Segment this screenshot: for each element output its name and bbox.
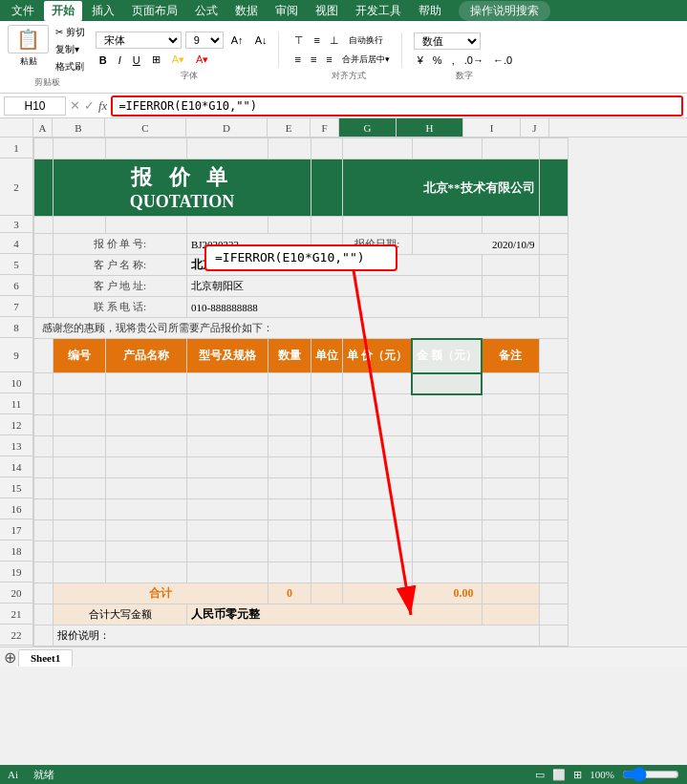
underline-button[interactable]: U bbox=[129, 53, 144, 68]
cell-j18[interactable] bbox=[539, 541, 568, 562]
cell-b14[interactable] bbox=[54, 457, 106, 478]
cell-b10[interactable] bbox=[54, 373, 106, 394]
cell-i18[interactable] bbox=[482, 541, 539, 562]
cell-i5[interactable] bbox=[482, 255, 539, 276]
cell-g2-i2[interactable]: 北京**技术有限公司 bbox=[343, 159, 540, 217]
confirm-icon[interactable]: ✓ bbox=[84, 98, 95, 114]
col-header-i[interactable]: I bbox=[463, 118, 521, 137]
row-num-4[interactable]: 4 bbox=[0, 233, 32, 254]
merge-center-button[interactable]: 合并后居中▾ bbox=[338, 52, 394, 68]
cell-a6[interactable] bbox=[34, 276, 54, 297]
cell-j9[interactable] bbox=[539, 339, 568, 373]
cell-f4[interactable] bbox=[311, 234, 343, 255]
cell-b19[interactable] bbox=[54, 562, 106, 583]
cell-d12[interactable] bbox=[187, 415, 268, 436]
col-header-d[interactable]: D bbox=[186, 118, 268, 137]
cell-j3[interactable] bbox=[539, 217, 568, 234]
cell-reference-input[interactable]: H10 bbox=[4, 96, 66, 116]
cell-i11[interactable] bbox=[482, 394, 539, 415]
cell-j13[interactable] bbox=[539, 436, 568, 457]
border-button[interactable]: ⊞ bbox=[148, 52, 164, 68]
menu-item-insert[interactable]: 插入 bbox=[84, 1, 122, 21]
cell-e11[interactable] bbox=[268, 394, 311, 415]
cell-b17[interactable] bbox=[54, 520, 106, 541]
cell-i20[interactable] bbox=[482, 583, 539, 604]
col-header-f[interactable]: F bbox=[311, 118, 339, 137]
cell-e14[interactable] bbox=[268, 457, 311, 478]
align-center-button[interactable]: ≡ bbox=[307, 52, 320, 67]
row-num-21[interactable]: 21 bbox=[0, 604, 32, 625]
cell-a2[interactable] bbox=[34, 159, 54, 217]
menu-item-home[interactable]: 开始 bbox=[44, 1, 82, 21]
cell-g3[interactable] bbox=[343, 217, 413, 234]
cell-i7[interactable] bbox=[482, 297, 539, 318]
cell-i17[interactable] bbox=[482, 520, 539, 541]
cell-a21[interactable] bbox=[34, 604, 54, 625]
cut-button[interactable]: ✂ 剪切 bbox=[53, 25, 88, 40]
font-size-select[interactable]: 9 bbox=[185, 32, 224, 49]
cell-f11[interactable] bbox=[311, 394, 343, 415]
cell-a16[interactable] bbox=[34, 499, 54, 520]
cell-c3[interactable] bbox=[106, 217, 187, 234]
cell-f19[interactable] bbox=[311, 562, 343, 583]
cell-a17[interactable] bbox=[34, 520, 54, 541]
cell-d1[interactable] bbox=[187, 138, 268, 159]
row-num-15[interactable]: 15 bbox=[0, 477, 32, 498]
cell-g19[interactable] bbox=[343, 562, 413, 583]
row-num-17[interactable]: 17 bbox=[0, 519, 32, 540]
cell-f17[interactable] bbox=[311, 520, 343, 541]
cell-h11[interactable] bbox=[412, 394, 482, 415]
add-sheet-button[interactable]: ⊕ bbox=[4, 648, 16, 667]
col-header-h[interactable]: H bbox=[397, 118, 463, 137]
align-middle-button[interactable]: ≡ bbox=[310, 32, 323, 48]
menu-item-file[interactable]: 文件 bbox=[4, 1, 42, 21]
cell-a9[interactable] bbox=[34, 339, 54, 373]
cell-e1[interactable] bbox=[268, 138, 311, 159]
cell-b13[interactable] bbox=[54, 436, 106, 457]
cell-d18[interactable] bbox=[187, 541, 268, 562]
align-right-button[interactable]: ≡ bbox=[322, 52, 335, 67]
col-header-j[interactable]: J bbox=[521, 118, 549, 137]
cell-j21[interactable] bbox=[539, 604, 568, 625]
cell-e3[interactable] bbox=[268, 217, 311, 234]
cell-a3[interactable] bbox=[34, 217, 54, 234]
cell-f20[interactable] bbox=[311, 583, 343, 604]
cell-c16[interactable] bbox=[106, 499, 187, 520]
search-box[interactable]: 操作说明搜索 bbox=[459, 1, 550, 21]
cell-j22[interactable] bbox=[539, 625, 568, 646]
col-header-c[interactable]: C bbox=[105, 118, 186, 137]
cell-i3[interactable] bbox=[482, 217, 539, 234]
col-header-g[interactable]: G bbox=[339, 118, 397, 137]
cell-d19[interactable] bbox=[187, 562, 268, 583]
cell-b12[interactable] bbox=[54, 415, 106, 436]
cell-g11[interactable] bbox=[343, 394, 413, 415]
cell-a10[interactable] bbox=[34, 373, 54, 394]
cell-a7[interactable] bbox=[34, 297, 54, 318]
cell-j15[interactable] bbox=[539, 478, 568, 499]
row-num-20[interactable]: 20 bbox=[0, 583, 32, 604]
cell-b18[interactable] bbox=[54, 541, 106, 562]
cell-d15[interactable] bbox=[187, 478, 268, 499]
cell-d17[interactable] bbox=[187, 520, 268, 541]
quote-no-value[interactable]: BJ2020333 bbox=[187, 234, 311, 255]
col-header-a[interactable]: A bbox=[33, 118, 53, 137]
copy-button[interactable]: 复制▾ bbox=[53, 42, 88, 57]
cell-i15[interactable] bbox=[482, 478, 539, 499]
italic-button[interactable]: I bbox=[115, 53, 125, 68]
summary-value[interactable]: 人民币零元整 bbox=[187, 604, 483, 625]
cell-i13[interactable] bbox=[482, 436, 539, 457]
cell-j5[interactable] bbox=[539, 255, 568, 276]
cell-h17[interactable] bbox=[412, 520, 482, 541]
cell-j16[interactable] bbox=[539, 499, 568, 520]
cell-f1[interactable] bbox=[311, 138, 343, 159]
fx-icon[interactable]: fx bbox=[98, 98, 107, 114]
row-num-2[interactable]: 2 bbox=[0, 159, 32, 216]
row-num-8[interactable]: 8 bbox=[0, 317, 32, 338]
decrease-decimal-button[interactable]: ←.0 bbox=[489, 53, 516, 68]
cell-c15[interactable] bbox=[106, 478, 187, 499]
cell-j12[interactable] bbox=[539, 415, 568, 436]
cell-a22[interactable] bbox=[34, 625, 54, 646]
paste-button[interactable]: 📋 bbox=[8, 25, 49, 53]
cell-f13[interactable] bbox=[311, 436, 343, 457]
row-num-13[interactable]: 13 bbox=[0, 435, 32, 456]
